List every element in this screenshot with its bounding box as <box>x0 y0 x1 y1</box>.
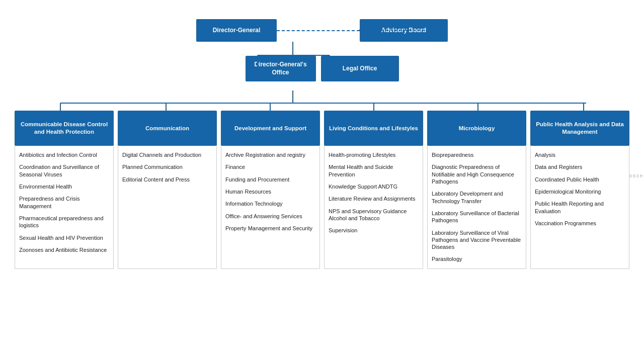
dept-item: Laboratory Development and Technology Tr… <box>432 188 522 207</box>
legal-office-box: Legal Office <box>321 56 399 81</box>
dept-item: Funding and Procurement <box>225 173 315 186</box>
dept-items-living-conditions: Health-promoting LifestylesMental Health… <box>324 146 423 269</box>
dept-item: Data and Registers <box>535 161 625 173</box>
dept-header-microbiology: Microbiology <box>427 111 526 146</box>
dept-item: Antibiotics and Infection Control <box>19 149 109 161</box>
dept-item: Diagnostic Preparedness of Notifiable an… <box>432 161 522 188</box>
advisory-board-box: Advisory Board <box>360 19 448 42</box>
dept-item: Supervision <box>329 224 419 236</box>
dept-col-comm-disease: Communicable Disease Control and Health … <box>15 111 114 269</box>
dept-col-living-conditions: Living Conditions and LifestylesHealth-p… <box>324 111 423 269</box>
dept-item: Digital Channels and Production <box>122 149 212 161</box>
dept-item: Office- and Answering Services <box>225 210 315 222</box>
dept-header-public-health: Public Health Analysis and Data Manageme… <box>530 111 629 146</box>
director-general-box: Director-General <box>196 19 277 42</box>
dept-items-comm-disease: Antibiotics and Infection ControlCoordin… <box>15 146 114 269</box>
dept-item: Public Health Reporting and Evaluation <box>535 198 625 217</box>
dept-items-public-health: AnalysisData and RegistersCoordinated Pu… <box>530 146 629 269</box>
dept-item: Literature Review and Assignments <box>329 193 419 205</box>
dept-col-public-health: Public Health Analysis and Data Manageme… <box>530 111 629 269</box>
dept-item: Coordinated Public Health <box>535 173 625 186</box>
dept-item: Analysis <box>535 149 625 161</box>
dept-item: Laboratory Surveillance of Bacterial Pat… <box>432 207 522 227</box>
dept-item: Vaccination Programmes <box>535 217 625 229</box>
dept-item: Pharmaceutical preparedness and logistic… <box>19 212 109 232</box>
dept-item: Editorial Content and Press <box>122 173 212 186</box>
dept-item: Mental Health and Suicide Prevention <box>329 161 419 180</box>
dgo-box: Director-General's Office <box>246 56 316 81</box>
dept-item: Sexual Health and HIV Prevention <box>19 232 109 244</box>
dept-item: Archive Registration and registry <box>225 149 315 161</box>
dept-items-dev-support: Archive Registration and registryFinance… <box>221 146 320 269</box>
dept-item: Coordination and Surveillance of Seasona… <box>19 161 109 180</box>
dept-col-dev-support: Development and SupportArchive Registrat… <box>221 111 320 269</box>
dept-item: Knowledge Support ANDTG <box>329 180 419 193</box>
dept-col-communication: CommunicationDigital Channels and Produc… <box>118 111 217 269</box>
org-chart: 240901 <box>0 0 644 362</box>
dept-item: Planned Communication <box>122 161 212 173</box>
dept-item: Biopreparedness <box>432 149 522 161</box>
dept-header-dev-support: Development and Support <box>221 111 320 146</box>
dept-items-microbiology: BiopreparednessDiagnostic Preparedness o… <box>427 146 526 269</box>
dept-item: Laboratory Surveillance of Viral Pathoge… <box>432 227 522 253</box>
dept-item: Human Resources <box>225 186 315 198</box>
departments-row: Communicable Disease Control and Health … <box>5 111 639 269</box>
dept-header-comm-disease: Communicable Disease Control and Health … <box>15 111 114 146</box>
dept-item: Zoonoses and Antibiotic Resistance <box>19 244 109 256</box>
dept-header-communication: Communication <box>118 111 217 146</box>
dept-item: Information Technology <box>225 198 315 210</box>
dept-col-microbiology: MicrobiologyBiopreparednessDiagnostic Pr… <box>427 111 526 269</box>
dept-item: Finance <box>225 161 315 173</box>
dept-header-living-conditions: Living Conditions and Lifestyles <box>324 111 423 146</box>
dept-item: NPS and Supervisory Guidance Alcohol and… <box>329 205 419 225</box>
dg-advisory-connector <box>277 30 360 31</box>
dept-items-communication: Digital Channels and ProductionPlanned C… <box>118 146 217 269</box>
dept-item: Preparedness and Crisis Management <box>19 193 109 212</box>
dept-item: Health-promoting Lifestyles <box>329 149 419 161</box>
dept-item: Environmental Health <box>19 180 109 193</box>
dept-item: Property Management and Security <box>225 222 315 234</box>
dept-item: Epidemiological Monitoring <box>535 186 625 198</box>
dept-item: Parasitology <box>432 253 522 265</box>
